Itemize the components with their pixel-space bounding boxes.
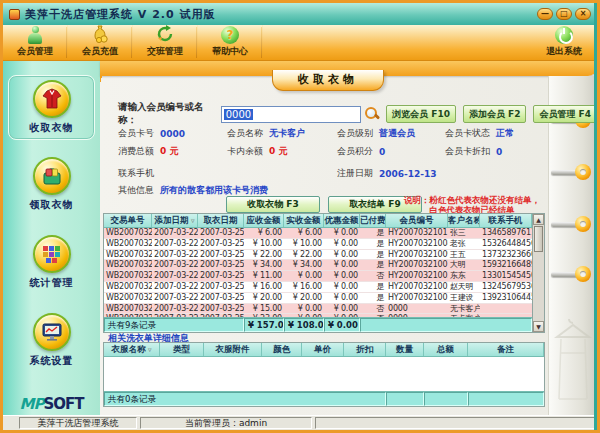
orders-scrollbar[interactable]: ▲ ▼ — [532, 214, 544, 332]
toolbar-exit-system[interactable]: 退出系统 — [532, 25, 597, 60]
table-cell: ¥ 0.00 — [324, 271, 360, 281]
app-window: 美萍干洗店管理系统 V 2.0 试用版 — □ × 会员管理 会员充值 — [0, 0, 600, 433]
minimize-button[interactable]: — — [537, 8, 553, 20]
orders-column-header[interactable]: 联系手机 — [480, 214, 532, 227]
table-row[interactable]: WB2007032...2007-03-222007-03-25¥ 11.00¥… — [104, 271, 532, 282]
balance-label: 卡内余额 — [227, 145, 263, 158]
table-cell: ¥ 34.00 — [244, 260, 284, 270]
table-cell: ¥ 6.00 — [244, 228, 284, 238]
phone-label: 联系手机 — [118, 167, 154, 180]
toolbar-shift-management[interactable]: 交班管理 — [133, 25, 198, 60]
binder-ring-icon — [575, 266, 591, 282]
statusbar: 美萍干洗店管理系统 当前管理员：admin — [3, 415, 597, 430]
orders-column-header[interactable]: 取衣日期 — [198, 214, 244, 227]
table-cell: 王建设 — [448, 293, 480, 303]
browse-members-button[interactable]: 浏览会员 F10 — [386, 105, 456, 123]
details-column-header[interactable]: 类型 — [160, 343, 204, 356]
table-cell: ¥ 20.00 — [284, 293, 324, 303]
details-column-header[interactable]: 数量 — [386, 343, 424, 356]
sidebar-item-pickup-clothes[interactable]: 领取衣物 — [8, 153, 95, 216]
table-cell: WB2007032... — [104, 293, 152, 303]
sidebar: 收取衣物 领取衣物 — [3, 61, 100, 415]
search-label: 请输入会员编号或名称： — [118, 101, 219, 127]
details-column-header[interactable]: 单价 — [302, 343, 344, 356]
table-cell: 是 — [360, 239, 386, 249]
monitor-icon — [33, 313, 71, 351]
scrollbar-thumb[interactable] — [534, 226, 543, 252]
details-column-header[interactable]: 衣服附件 — [204, 343, 262, 356]
table-cell: ¥ 6.00 — [284, 228, 324, 238]
toolbar-member-recharge[interactable]: 会员充值 — [68, 25, 133, 60]
details-column-header[interactable]: 总额 — [424, 343, 468, 356]
table-cell: 13245679536 — [480, 282, 532, 292]
stats-blocks-icon — [33, 235, 71, 273]
table-row[interactable]: WB2007032...2007-03-222007-03-25¥ 10.00¥… — [104, 239, 532, 250]
tab-receive-clothes[interactable]: 收取衣物 — [272, 70, 384, 91]
sidebar-item-statistics[interactable]: 统计管理 — [8, 231, 95, 294]
table-cell: 是 — [360, 293, 386, 303]
orders-body: WB2007032...2007-03-222007-03-25¥ 6.00¥ … — [104, 228, 532, 317]
details-column-header[interactable]: 颜色 — [262, 343, 302, 356]
table-cell: ¥ 15.00 — [244, 304, 284, 314]
window-title: 美萍干洗店管理系统 V 2.0 试用版 — [25, 7, 537, 22]
mpsoft-logo: MPSOFT — [3, 395, 100, 413]
table-row[interactable]: WB2007032...2007-03-222007-03-25¥ 6.00¥ … — [104, 228, 532, 239]
orders-table: 交易单号添加日期 ▿取衣日期应收金额实收金额优惠金额已付费会员编号客户名称联系手… — [103, 213, 545, 333]
table-cell: ¥ 22.00 — [244, 250, 284, 260]
table-cell: HY20070321001 — [386, 293, 448, 303]
member-search-input[interactable]: 0000 — [221, 106, 361, 123]
toolbar-member-management[interactable]: 会员管理 — [3, 25, 68, 60]
sidebar-item-system-settings[interactable]: 系统设置 — [8, 309, 95, 372]
table-cell: 0000 — [386, 304, 448, 314]
member-name-label: 会员名称 — [227, 127, 263, 140]
table-cell: ¥ 22.00 — [284, 250, 324, 260]
orders-column-header[interactable]: 添加日期 ▿ — [152, 214, 198, 227]
table-cell: 2007-03-25 — [198, 304, 244, 314]
orders-column-header[interactable]: 应收金额 — [244, 214, 284, 227]
table-cell: 2007-03-25 — [198, 228, 244, 238]
orders-column-header[interactable]: 已付费 — [360, 214, 386, 227]
table-cell: 13923106445 — [480, 293, 532, 303]
maximize-button[interactable]: □ — [556, 8, 572, 20]
table-row[interactable]: WB2007032...2007-03-222007-03-25¥ 22.00¥… — [104, 250, 532, 261]
details-column-header[interactable]: 折扣 — [344, 343, 386, 356]
table-cell: ¥ 0.00 — [324, 304, 360, 314]
scroll-down-icon[interactable]: ▼ — [533, 321, 544, 332]
sidebar-item-receive-clothes[interactable]: 收取衣物 — [8, 75, 95, 140]
orders-column-header[interactable]: 优惠金额 — [324, 214, 360, 227]
search-icon[interactable] — [364, 106, 379, 122]
table-row[interactable]: WB2007032...2007-03-222007-03-25¥ 34.00¥… — [104, 260, 532, 271]
table-row[interactable]: WB2007032...2007-03-222007-03-25¥ 16.00¥… — [104, 282, 532, 293]
binder-ring-icon — [575, 216, 591, 232]
orders-column-header[interactable]: 交易单号 — [104, 214, 152, 227]
member-level-label: 会员级别 — [337, 127, 373, 140]
statusbar-current-admin: 当前管理员：admin — [140, 417, 312, 429]
table-cell: 是 — [360, 282, 386, 292]
table-row[interactable]: WB2007032...2007-03-222007-03-25¥ 15.00¥… — [104, 304, 532, 315]
table-cell: HY20070321009 — [386, 250, 448, 260]
add-member-button[interactable]: 添加会员 F2 — [463, 105, 527, 123]
toolbar-help-center[interactable]: ? 帮助中心 — [198, 25, 263, 60]
sort-indicator-icon: ▿ — [189, 217, 195, 225]
orders-column-header[interactable]: 会员编号 — [386, 214, 448, 227]
close-button[interactable]: × — [575, 8, 591, 20]
points-label: 会员积分 — [337, 145, 373, 158]
orders-column-header[interactable]: 客户名称 — [448, 214, 480, 227]
binder-ring-icon — [575, 164, 591, 180]
total-spend-label: 消费总额 — [118, 145, 154, 158]
table-cell: ¥ 16.00 — [244, 282, 284, 292]
orders-footer: 共有9条记录 ¥ 157.00 ¥ 108.00 ¥ 0.00 — [104, 317, 532, 332]
orders-column-header[interactable]: 实收金额 — [284, 214, 324, 227]
table-cell: 2007-03-22 — [152, 271, 198, 281]
register-date-label: 注册日期 — [337, 167, 373, 180]
receive-clothes-button[interactable]: 收取衣物 F3 — [226, 196, 320, 213]
details-column-header[interactable]: 衣服名称 ▿ — [104, 343, 160, 356]
table-cell: 2007-03-25 — [198, 250, 244, 260]
table-cell: 大明 — [448, 260, 480, 270]
details-column-header[interactable]: 备注 — [468, 343, 544, 356]
member-management-button[interactable]: 会员管理 F4 — [533, 105, 597, 123]
table-row[interactable]: WB2007032...2007-03-222007-03-25¥ 20.00¥… — [104, 293, 532, 304]
scroll-up-icon[interactable]: ▲ — [533, 214, 544, 225]
table-cell: 赵天明 — [448, 282, 480, 292]
table-cell: 2007-03-22 — [152, 293, 198, 303]
